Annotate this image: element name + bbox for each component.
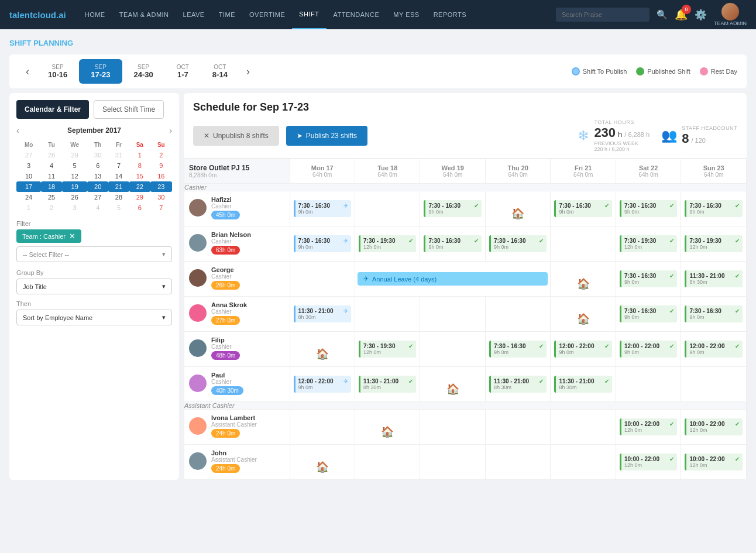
week-oct-1-7[interactable]: OCT 1-7 (165, 59, 201, 84)
shift-cell-day-6[interactable]: 7:30 - 16:30 ✔ 9h 0m (681, 297, 747, 332)
search-icon[interactable]: 🔍 (657, 9, 668, 20)
calendar-day[interactable]: 2 (41, 202, 62, 213)
shift-cell-day-2[interactable] (420, 445, 485, 480)
shift-time-button[interactable]: Select Shift Time (94, 100, 164, 119)
calendar-day[interactable]: 2 (150, 150, 172, 160)
shift-cell-day-6[interactable]: 7:30 - 19:30 ✔ 12h 0m (681, 226, 747, 262)
calendar-day[interactable]: 30 (87, 150, 108, 160)
shift-cell-day-1[interactable] (355, 191, 420, 226)
calendar-day[interactable]: 11 (41, 171, 62, 181)
shift-block-published[interactable]: 7:30 - 16:30 ✔ 9h 0m (424, 235, 481, 252)
shift-cell-day-4[interactable]: 🏠 (551, 262, 616, 297)
shift-cell-day-6[interactable]: 7:30 - 16:30 ✔ 9h 0m (681, 191, 747, 226)
shift-block-published[interactable]: 7:30 - 16:30 ✔ 9h 0m (489, 235, 547, 252)
calendar-day[interactable]: 9 (150, 160, 172, 171)
shift-cell-day-5[interactable]: 12:00 - 22:00 ✔ 9h 0m (616, 332, 681, 367)
calendar-filter-button[interactable]: Calendar & Filter (16, 100, 89, 119)
shift-cell-day-4[interactable]: 7:30 - 16:30 ✔ 9h 0m (551, 191, 616, 226)
week-sep-24-30[interactable]: SEP 24-30 (122, 59, 165, 84)
logo[interactable]: talentcloud.ai (9, 10, 66, 20)
week-sep-10-16[interactable]: SEP 10-16 (36, 59, 79, 84)
calendar-day[interactable]: 3 (16, 160, 41, 171)
shift-cell-day-1[interactable]: 7:30 - 19:30 ✔ 12h 0m (355, 332, 420, 367)
shift-cell-day-5[interactable]: 7:30 - 19:30 ✔ 12h 0m (616, 226, 681, 262)
shift-cell-day-2[interactable] (420, 332, 485, 367)
calendar-day[interactable]: 13 (87, 171, 108, 181)
shift-block-published[interactable]: 7:30 - 16:30 ✔ 9h 0m (620, 200, 677, 217)
shift-block-published[interactable]: 7:30 - 16:30 ✔ 9h 0m (620, 270, 677, 287)
shift-cell-day-6[interactable]: 11:30 - 21:00 ✔ 8h 30m (681, 262, 747, 297)
calendar-day[interactable]: 8 (129, 160, 150, 171)
sort-by-select[interactable]: Sort by Employee Name ▾ (16, 310, 172, 325)
shift-block-pending[interactable]: 12:00 - 22:00 ✈ 9h 0m (294, 376, 351, 393)
shift-block-published[interactable]: 11:30 - 21:00 ✔ 8h 30m (554, 376, 611, 393)
calendar-day[interactable]: 1 (16, 202, 41, 213)
calendar-day[interactable]: 20 (87, 181, 108, 192)
calendar-day[interactable]: 24 (16, 192, 41, 202)
shift-cell-day-3[interactable]: 11:30 - 21:00 ✔ 8h 30m (485, 367, 550, 402)
shift-cell-day-6[interactable] (681, 367, 747, 402)
shift-block-pending[interactable]: 11:30 - 21:00 ✈ 8h 30m (294, 305, 351, 322)
calendar-day[interactable]: 17 (16, 181, 41, 192)
calendar-day[interactable]: 22 (129, 181, 150, 192)
calendar-day[interactable]: 14 (108, 171, 129, 181)
shift-cell-day-4[interactable]: 11:30 - 21:00 ✔ 8h 30m (551, 367, 616, 402)
shift-cell-day-2[interactable]: 7:30 - 16:30 ✔ 9h 0m (420, 226, 485, 262)
group-by-select[interactable]: Job Title ▾ (16, 279, 172, 294)
calendar-day[interactable]: 1 (129, 150, 150, 160)
shift-cell-day-3[interactable]: 7:30 - 16:30 ✔ 9h 0m (485, 332, 550, 367)
week-sep-17-23[interactable]: SEP 17-23 (79, 59, 122, 84)
shift-cell-day-1[interactable]: 🏠 (355, 410, 420, 445)
shift-block-published[interactable]: 7:30 - 19:30 ✔ 12h 0m (685, 235, 743, 252)
shift-block-pending[interactable]: 7:30 - 16:30 ✈ 9h 0m (294, 200, 351, 217)
shift-cell-day-0[interactable]: 🏠 (290, 445, 355, 480)
calendar-day[interactable]: 12 (62, 171, 87, 181)
shift-cell-day-0[interactable] (290, 262, 355, 297)
calendar-day[interactable]: 26 (62, 192, 87, 202)
calendar-day[interactable]: 29 (129, 192, 150, 202)
nav-time[interactable]: TIME (212, 0, 242, 29)
shift-cell-day-5[interactable]: 10:00 - 22:00 ✔ 12h 0m (616, 445, 681, 480)
shift-cell-day-1[interactable] (355, 297, 420, 332)
calendar-day[interactable]: 7 (150, 202, 172, 213)
shift-cell-day-0[interactable]: 7:30 - 16:30 ✈ 9h 0m (290, 226, 355, 262)
shift-block-published[interactable]: 10:00 - 22:00 ✔ 12h 0m (620, 418, 677, 435)
calendar-day[interactable]: 21 (108, 181, 129, 192)
shift-cell-day-3[interactable]: 🏠 (485, 191, 550, 226)
shift-cell-day-4[interactable]: 🏠 (551, 297, 616, 332)
shift-cell-day-2[interactable]: 7:30 - 16:30 ✔ 9h 0m (420, 191, 485, 226)
calendar-day[interactable]: 4 (87, 202, 108, 213)
shift-block-published[interactable]: 12:00 - 22:00 ✔ 9h 0m (620, 341, 677, 358)
calendar-day[interactable]: 16 (150, 171, 172, 181)
nav-team-admin[interactable]: TEAM & ADMIN (112, 0, 176, 29)
shift-block-pending[interactable]: 7:30 - 16:30 ✈ 9h 0m (294, 235, 351, 252)
shift-cell-day-4[interactable]: 12:00 - 22:00 ✔ 9h 0m (551, 332, 616, 367)
shift-cell-day-0[interactable]: 7:30 - 16:30 ✈ 9h 0m (290, 191, 355, 226)
calendar-day[interactable]: 6 (87, 160, 108, 171)
shift-block-published[interactable]: 11:30 - 21:00 ✔ 8h 30m (359, 376, 416, 393)
calendar-day[interactable]: 7 (108, 160, 129, 171)
shift-block-published[interactable]: 7:30 - 16:30 ✔ 9h 0m (554, 200, 611, 217)
select-filter-dropdown[interactable]: -- Select Filter -- ▾ (16, 246, 172, 262)
calendar-day[interactable]: 25 (41, 192, 62, 202)
calendar-next-arrow[interactable]: › (169, 126, 172, 135)
filter-remove-button[interactable]: ✕ (69, 232, 75, 241)
shift-block-published[interactable]: 7:30 - 16:30 ✔ 9h 0m (685, 200, 743, 217)
shift-block-published[interactable]: 7:30 - 16:30 ✔ 9h 0m (489, 341, 547, 358)
nav-leave[interactable]: LEAVE (176, 0, 212, 29)
calendar-prev-arrow[interactable]: ‹ (16, 126, 19, 135)
shift-cell-day-5[interactable]: 7:30 - 16:30 ✔ 9h 0m (616, 297, 681, 332)
shift-cell-day-1[interactable]: 7:30 - 19:30 ✔ 12h 0m (355, 226, 420, 262)
calendar-day[interactable]: 28 (108, 192, 129, 202)
calendar-day[interactable]: 28 (41, 150, 62, 160)
shift-cell-day-2[interactable] (420, 410, 485, 445)
notification-bell[interactable]: 🔔 8 (675, 8, 688, 21)
calendar-day[interactable]: 15 (129, 171, 150, 181)
shift-block-published[interactable]: 11:30 - 21:00 ✔ 8h 30m (489, 376, 547, 393)
shift-block-published[interactable]: 12:00 - 22:00 ✔ 9h 0m (554, 341, 611, 358)
calendar-day[interactable]: 29 (62, 150, 87, 160)
calendar-day[interactable]: 3 (62, 202, 87, 213)
calendar-day[interactable]: 18 (41, 181, 62, 192)
shift-block-published[interactable]: 7:30 - 16:30 ✔ 9h 0m (620, 305, 677, 322)
shift-cell-day-1[interactable] (355, 445, 420, 480)
